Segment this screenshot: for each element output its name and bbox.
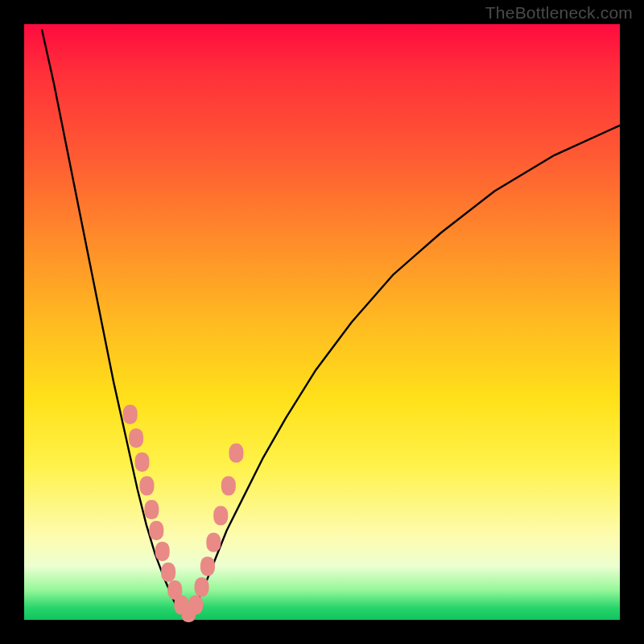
chart-svg	[24, 24, 620, 620]
plot-area	[24, 24, 620, 620]
marker-layer	[123, 405, 244, 622]
marker-point	[213, 506, 228, 526]
marker-point	[200, 556, 215, 576]
chart-frame: TheBottleneck.com	[0, 0, 644, 644]
curve-layer	[42, 30, 620, 617]
marker-point	[188, 596, 203, 615]
marker-point	[221, 477, 236, 496]
curve-right_branch	[185, 126, 620, 617]
marker-point	[144, 500, 159, 519]
marker-point	[129, 428, 143, 448]
marker-point	[229, 444, 243, 463]
marker-point	[161, 563, 175, 582]
watermark-text: TheBottleneck.com	[485, 3, 633, 23]
marker-point	[195, 577, 209, 597]
marker-point	[149, 521, 163, 540]
marker-point	[123, 405, 138, 424]
marker-point	[139, 477, 154, 496]
marker-point	[135, 452, 150, 472]
marker-point	[206, 533, 221, 552]
marker-point	[155, 542, 170, 561]
